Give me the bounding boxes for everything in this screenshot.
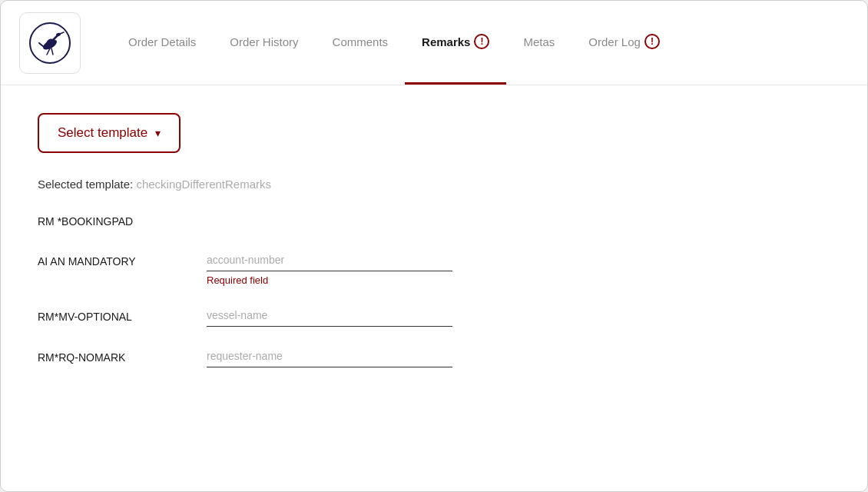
field-label-rm-mv-optional: RM*MV-OPTIONAL — [38, 304, 207, 323]
required-field-message: Required field — [207, 274, 452, 286]
nav-item-order-history[interactable]: Order History — [213, 1, 315, 85]
selected-template-row: Selected template: checkingDifferentRema… — [38, 178, 830, 191]
svg-line-7 — [51, 48, 53, 55]
field-wrap-rm-rq-nomark — [207, 345, 452, 367]
lufthansa-logo-icon — [28, 22, 71, 65]
nav-item-order-details[interactable]: Order Details — [111, 1, 213, 85]
nav-item-order-log[interactable]: Order Log ! — [571, 1, 677, 85]
logo — [19, 12, 81, 74]
remarks-alert-icon: ! — [474, 34, 489, 49]
field-wrap-rm-mv-optional — [207, 304, 452, 327]
input-rm-mv-optional[interactable] — [207, 304, 452, 327]
field-row-rm-rq-nomark: RM*RQ-NOMARK — [38, 345, 830, 367]
nav-item-remarks[interactable]: Remarks ! — [405, 1, 506, 85]
field-row-ai-an-mandatory: AI AN MANDATORY Required field — [38, 249, 830, 286]
field-row-rm-mv-optional: RM*MV-OPTIONAL — [38, 304, 830, 327]
select-template-label: Select template — [58, 125, 147, 141]
order-log-alert-icon: ! — [644, 34, 660, 49]
field-wrap-ai-an-mandatory: Required field — [207, 249, 452, 286]
svg-line-4 — [60, 32, 64, 34]
nav-item-metas[interactable]: Metas — [506, 1, 571, 85]
field-label-rm-rq-nomark: RM*RQ-NOMARK — [38, 345, 207, 364]
rm-bookingpad-row: RM *BOOKINGPAD — [38, 215, 830, 228]
header: Order Details Order History Comments Rem… — [1, 1, 867, 85]
field-label-ai-an-mandatory: AI AN MANDATORY — [38, 249, 207, 268]
nav-item-comments[interactable]: Comments — [316, 1, 406, 85]
form-section: AI AN MANDATORY Required field RM*MV-OPT… — [38, 249, 830, 386]
main-content: Select template ▾ Selected template: che… — [1, 85, 867, 491]
input-ai-an-mandatory[interactable] — [207, 249, 452, 271]
chevron-down-icon: ▾ — [155, 127, 161, 139]
select-template-button[interactable]: Select template ▾ — [38, 113, 181, 153]
nav: Order Details Order History Comments Rem… — [111, 1, 677, 85]
rm-bookingpad-label: RM *BOOKINGPAD — [38, 215, 133, 228]
input-rm-rq-nomark[interactable] — [207, 345, 452, 367]
app-window: Order Details Order History Comments Rem… — [0, 0, 868, 492]
svg-line-5 — [39, 43, 44, 47]
selected-template-value-text: checkingDifferentRemarks — [136, 178, 271, 191]
selected-template-prefix: Selected template: — [38, 178, 133, 191]
